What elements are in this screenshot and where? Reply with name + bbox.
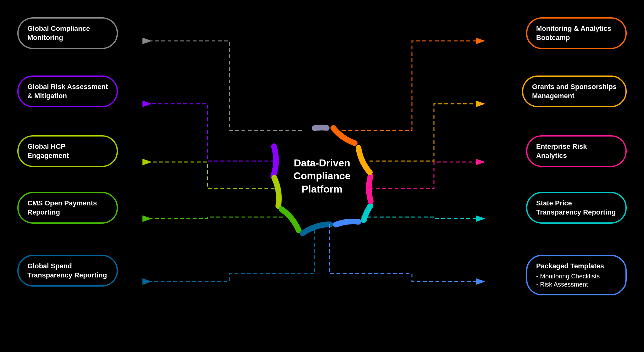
connector-bootcamp: [342, 41, 484, 131]
pill-packaged-label: Packaged Templates: [536, 262, 604, 270]
pill-enterprise-risk-label: Enterprise RiskAnalytics: [536, 142, 587, 159]
connector-spend: [151, 224, 314, 282]
pill-global-spend: Global SpendTransparency Reporting: [17, 255, 118, 287]
pill-grants-label: Grants and SponsorshipsManagement: [532, 83, 617, 100]
pill-monitoring-bootcamp-label: Monitoring & AnalyticsBootcamp: [536, 25, 611, 42]
connector-enterprise: [369, 162, 484, 189]
pill-state-price: State PriceTransparency Reporting: [526, 192, 627, 224]
pill-global-risk: Global Risk Assessment& Mitigation: [17, 75, 118, 107]
connector-packaged: [330, 224, 484, 282]
connector-compliance: [151, 41, 302, 131]
pill-grants: Grants and SponsorshipsManagement: [522, 75, 627, 107]
pill-global-hcp: Global HCPEngagement: [17, 135, 118, 167]
pill-packaged: Packaged Templates - Monitoring Checklis…: [526, 255, 627, 295]
connector-grants: [369, 104, 484, 161]
pill-global-risk-label: Global Risk Assessment& Mitigation: [27, 83, 108, 100]
pill-monitoring-bootcamp: Monitoring & AnalyticsBootcamp: [526, 17, 627, 49]
connector-hcp: [151, 162, 275, 189]
pill-global-spend-label: Global SpendTransparency Reporting: [27, 262, 107, 279]
pill-cms: CMS Open PaymentsReporting: [17, 192, 118, 224]
pill-cms-label: CMS Open PaymentsReporting: [27, 199, 97, 216]
pill-global-compliance: Global ComplianceMonitoring: [17, 17, 118, 49]
connector-cms: [151, 217, 283, 219]
pill-global-hcp-label: Global HCPEngagement: [27, 142, 69, 159]
diagram-container: Global ComplianceMonitoring Global Risk …: [0, 0, 644, 352]
pill-packaged-subitems: - Monitoring Checklists- Risk Assessment: [536, 272, 617, 288]
connector-risk: [151, 104, 275, 161]
pill-global-compliance-label: Global ComplianceMonitoring: [27, 25, 90, 42]
center-title: Data-DrivenCompliancePlatform: [281, 156, 363, 196]
pill-state-price-label: State PriceTransparency Reporting: [536, 199, 616, 216]
connector-state: [361, 217, 484, 219]
pill-enterprise-risk: Enterprise RiskAnalytics: [526, 135, 627, 167]
